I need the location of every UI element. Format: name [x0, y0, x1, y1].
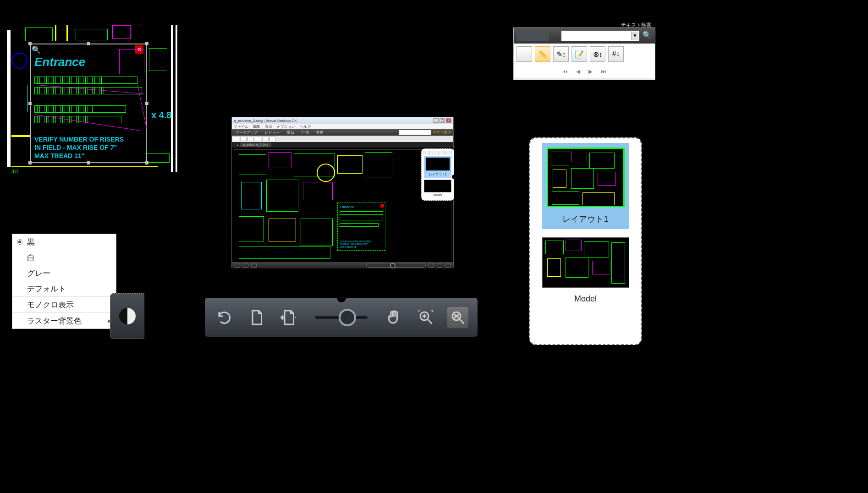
panel-grip[interactable]: [452, 175, 456, 179]
view-toolbar: [205, 298, 478, 337]
zoom-region-button[interactable]: [415, 307, 436, 328]
color-option-white[interactable]: 白: [12, 250, 116, 265]
menu-file[interactable]: ファイル: [234, 124, 248, 129]
tool-button[interactable]: [233, 137, 239, 141]
buy-now-link[interactable]: 今すぐ購入: [433, 130, 451, 135]
ribbon-search-input[interactable]: [399, 130, 431, 135]
status-button[interactable]: [251, 263, 257, 268]
zoom-button[interactable]: [447, 307, 468, 328]
thumbnail-layout1[interactable]: レイアウト1: [542, 143, 629, 229]
menu-edit[interactable]: 編集: [253, 124, 260, 129]
resize-handle[interactable]: [28, 161, 32, 164]
thumbnail-image: [542, 237, 629, 288]
cad-diagonals: [34, 85, 147, 131]
ribbon-tab[interactable]: 計測: [298, 130, 313, 135]
close-button[interactable]: ✕: [446, 118, 451, 123]
tool-none[interactable]: [516, 46, 532, 62]
tool-measure-icon[interactable]: 📏: [535, 46, 550, 62]
status-button[interactable]: [429, 263, 434, 268]
thumbnail-model[interactable]: Model: [542, 237, 629, 304]
page-button[interactable]: [246, 307, 267, 328]
tool-button[interactable]: [269, 137, 276, 141]
minimize-button[interactable]: _: [433, 118, 439, 123]
pan-button[interactable]: [383, 307, 404, 328]
option-label: デフォルト: [27, 284, 66, 294]
tool-button[interactable]: [247, 137, 254, 141]
dropdown-arrow-icon[interactable]: ▼: [631, 32, 638, 40]
toolbar-grip[interactable]: [337, 293, 346, 302]
nav-next-icon[interactable]: ▶: [588, 68, 593, 75]
ribbon-tab[interactable]: 変換: [313, 130, 327, 135]
cad-canvas[interactable]: Entrance VERIFY NUMBER OF RISERS IN FIEL…: [234, 149, 451, 260]
zoom-title: Entrance: [34, 55, 85, 69]
search-icon[interactable]: 🔍: [642, 31, 652, 41]
dark-spacer: [516, 31, 549, 41]
nav-prev-icon[interactable]: ◀: [576, 68, 580, 75]
tool-button[interactable]: [255, 137, 261, 141]
nav-first-icon[interactable]: ⏮: [562, 68, 568, 75]
callout-title: Entrance: [340, 205, 354, 209]
zoom-slider[interactable]: [315, 316, 368, 319]
panel-tool[interactable]: [431, 151, 437, 154]
thumb-layout[interactable]: レイアウト1: [424, 156, 451, 178]
menu-options[interactable]: オプション: [277, 124, 295, 129]
canvas-callout[interactable]: Entrance VERIFY NUMBER OF RISERS IN FIEL…: [337, 203, 385, 251]
resize-handle[interactable]: [145, 161, 148, 164]
panel-tool[interactable]: [438, 151, 445, 154]
contrast-toggle-panel[interactable]: [110, 293, 144, 339]
ribbon-tab[interactable]: レビュー: [261, 130, 283, 135]
search-combo[interactable]: ▼: [561, 31, 639, 41]
resize-handle[interactable]: [28, 42, 32, 45]
resize-handle[interactable]: [28, 102, 32, 105]
document-tabs: ● a_echome_2.dwg: [232, 142, 453, 148]
status-button[interactable]: [235, 263, 240, 268]
callout-close-icon[interactable]: [380, 204, 384, 208]
status-button[interactable]: [243, 263, 248, 268]
mono-display-option[interactable]: モノクロ表示: [12, 297, 116, 312]
resize-handle[interactable]: [87, 42, 90, 45]
tool-button[interactable]: [262, 137, 269, 141]
color-option-gray[interactable]: グレー: [12, 265, 116, 281]
layout-thumbnail-panel[interactable]: レイアウト1 Model: [529, 137, 642, 345]
status-button[interactable]: [437, 263, 442, 268]
raster-bg-submenu[interactable]: ラスター背景色 ▶: [12, 313, 116, 329]
zoom-slider-knob[interactable]: [339, 309, 356, 326]
color-option-black[interactable]: 黒: [12, 234, 116, 250]
tool-dimension-icon[interactable]: ⊗↕: [590, 46, 605, 62]
menubar[interactable]: ファイル 編集 表示 オプション ヘルプ: [232, 124, 453, 129]
resize-handle[interactable]: [87, 161, 90, 164]
document-tab[interactable]: a_echome_2.dwg: [240, 142, 271, 147]
panel-tool[interactable]: [445, 151, 452, 154]
fit-page-button[interactable]: [278, 307, 299, 328]
ribbon: マークアップ レビュー 重ね 計測 変換 今すぐ購入: [232, 129, 453, 136]
mini-thumbnail-panel[interactable]: レイアウト1 Model: [421, 148, 454, 201]
callout-note: VERIFY NUMBER OF RISERS IN FIELD - MAX R…: [340, 240, 371, 248]
svg-line-8: [460, 319, 464, 323]
titlebar[interactable]: a_echome_2.dwg | Brava! Desktop DX _ ▢ ✕: [232, 117, 453, 124]
menu-view[interactable]: 表示: [265, 124, 272, 129]
slider-knob[interactable]: [390, 263, 396, 268]
tool-note-icon[interactable]: 📝: [571, 46, 587, 62]
tool-pencil-icon[interactable]: ✎↕: [553, 46, 569, 62]
mini-zoom-slider[interactable]: [366, 263, 426, 268]
status-button[interactable]: [445, 263, 450, 268]
ribbon-tab[interactable]: 重ね: [283, 130, 298, 135]
tool-button[interactable]: [240, 137, 247, 141]
note-line: VERIFY NUMBER OF RISERS: [34, 135, 124, 143]
magnifier-icon[interactable]: 🔍: [32, 45, 41, 55]
panel-tool[interactable]: [423, 151, 430, 154]
resize-handle[interactable]: [145, 42, 148, 45]
undo-button[interactable]: [214, 307, 235, 328]
cad-shape: [119, 49, 144, 74]
thumb-model[interactable]: Model: [424, 180, 451, 197]
color-option-default[interactable]: デフォルト: [12, 281, 116, 296]
cad-bg: [11, 44, 30, 163]
background-color-menu[interactable]: 黒 白 グレー デフォルト モノクロ表示 ラスター背景色 ▶: [12, 234, 116, 329]
ribbon-tab[interactable]: マークアップ: [232, 130, 261, 135]
cad-bg: [147, 44, 170, 163]
tool-hash-icon[interactable]: #↕: [608, 46, 624, 62]
maximize-button[interactable]: ▢: [439, 118, 445, 123]
contrast-icon: [119, 308, 136, 324]
nav-last-icon[interactable]: ⏭: [601, 68, 606, 75]
menu-help[interactable]: ヘルプ: [300, 124, 311, 129]
